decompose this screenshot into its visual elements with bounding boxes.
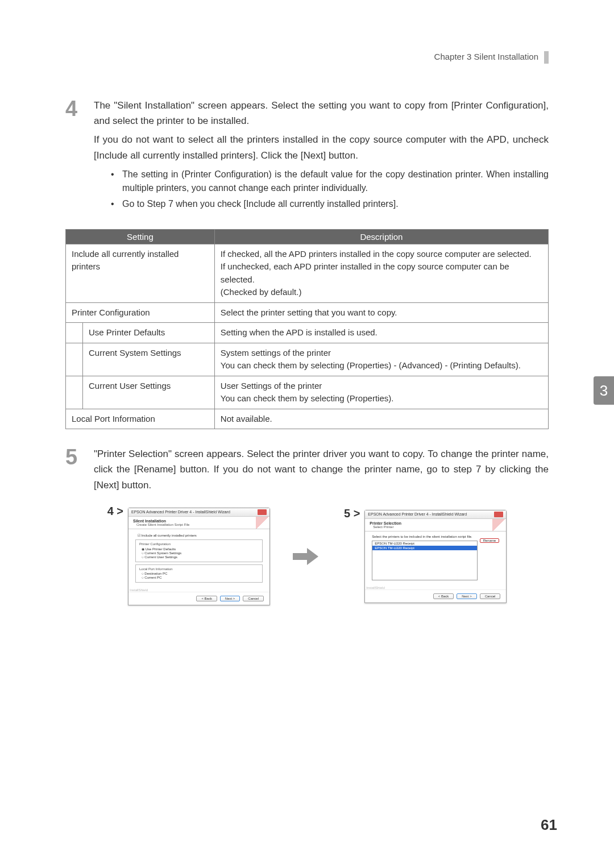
dialog-5-subheading: Select Printer: [370, 525, 501, 529]
include-all-checkbox[interactable]: ☑ Include all currently installed printe…: [135, 533, 263, 537]
page-number: 61: [541, 816, 557, 834]
screenshot-5-label: 5 >: [344, 507, 360, 520]
close-icon[interactable]: [494, 512, 503, 517]
dialog-5-title: EPSON Advanced Printer Driver 4 - Instal…: [368, 512, 467, 516]
settings-header-description: Description: [214, 229, 548, 244]
settings-table: Setting Description Include all currentl…: [65, 229, 549, 430]
list-item[interactable]: EPSON TM-U220 Receipt: [372, 541, 476, 546]
step-4-number: 4: [65, 98, 94, 218]
rename-button[interactable]: Rename: [480, 538, 500, 543]
table-row-description: Setting when the APD is installed is use…: [214, 323, 548, 343]
table-row-setting: Printer Configuration: [66, 302, 215, 323]
table-row-setting: Current System Settings: [83, 343, 215, 376]
local-port-group: Local Port Information: [139, 567, 259, 571]
table-row-description: Not available.: [214, 409, 548, 429]
radio-current-pc[interactable]: ○ Current PC: [139, 576, 259, 579]
cancel-button[interactable]: Cancel: [243, 596, 264, 601]
printer-config-group: Printer Configuration: [139, 542, 259, 546]
dialog-4-title: EPSON Advanced Printer Driver 4 - Instal…: [131, 510, 230, 514]
table-row-setting: Include all currently installed printers: [66, 244, 215, 302]
radio-use-printer-defaults[interactable]: ◉ Use Printer Defaults: [139, 547, 259, 551]
step-5-text: "Printer Selection" screen appears. Sele…: [94, 446, 549, 493]
chapter-header: Chapter 3 Silent Installation: [65, 51, 549, 64]
table-row-setting: Local Port Information: [66, 409, 215, 429]
table-row-description: System settings of the printerYou can ch…: [214, 343, 548, 376]
table-row-setting: Use Printer Defaults: [83, 323, 215, 343]
step-5-number: 5: [65, 446, 94, 496]
dialog-silent-installation: EPSON Advanced Printer Driver 4 - Instal…: [128, 508, 270, 605]
radio-current-system[interactable]: ○ Current System Settings: [139, 551, 259, 555]
screenshot-4-label: 4 >: [107, 505, 123, 518]
radio-destination-pc[interactable]: ○ Destination PC: [139, 572, 259, 575]
settings-header-setting: Setting: [66, 229, 215, 244]
next-button[interactable]: Next >: [457, 593, 477, 599]
dialog-4-heading: Silent Installation: [133, 519, 265, 523]
table-row-description: Select the printer setting that you want…: [214, 302, 548, 323]
back-button[interactable]: < Back: [433, 593, 454, 599]
step-4-text-1: The "Silent Installation" screen appears…: [94, 98, 549, 128]
dialog-5-heading: Printer Selection: [370, 521, 501, 525]
printer-listbox[interactable]: EPSON TM-U220 Receipt EPSON TM-U220 Rece…: [372, 541, 477, 580]
table-row-description: User Settings of the printerYou can chec…: [214, 376, 548, 409]
arrow-icon: [293, 545, 321, 568]
next-button[interactable]: Next >: [220, 596, 240, 601]
table-row-description: If checked, all the APD printers install…: [214, 244, 548, 302]
table-row-setting: Current User Settings: [83, 376, 215, 409]
step-4-bullet-1: The setting in (Printer Configuration) i…: [111, 168, 549, 195]
close-icon[interactable]: [258, 509, 267, 515]
chapter-tab: 3: [594, 376, 614, 405]
step-4-text-2: If you do not want to select all the pri…: [94, 132, 549, 163]
dialog-printer-selection: EPSON Advanced Printer Driver 4 - Instal…: [364, 510, 507, 603]
dialog-4-subheading: Create Silent Installation Script File: [133, 523, 265, 526]
back-button[interactable]: < Back: [196, 596, 217, 601]
cancel-button[interactable]: Cancel: [480, 593, 501, 599]
step-4-bullet-2: Go to Step 7 when you check [Include all…: [111, 197, 549, 211]
list-item[interactable]: EPSON TM-U220 Receipt: [372, 546, 476, 550]
radio-current-user[interactable]: ○ Current User Settings: [139, 555, 259, 559]
